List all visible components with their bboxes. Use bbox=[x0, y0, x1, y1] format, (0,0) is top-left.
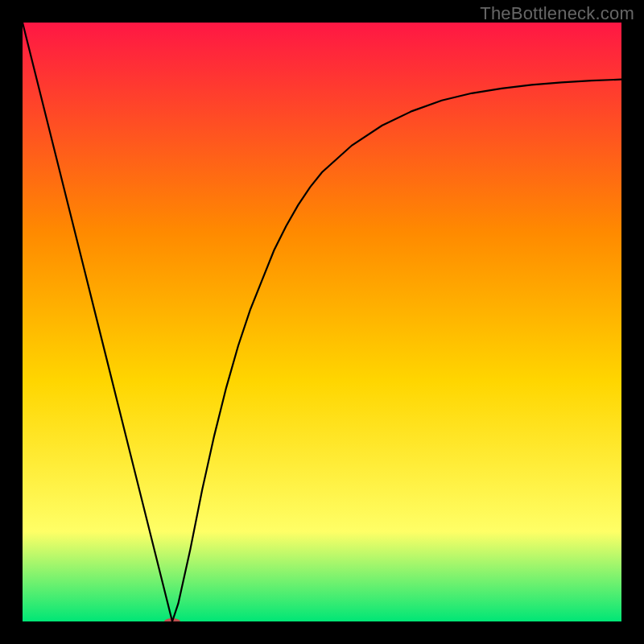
chart-svg bbox=[23, 23, 621, 621]
chart-container: TheBottleneck.com bbox=[0, 0, 644, 644]
plot-area bbox=[23, 23, 621, 621]
watermark-label: TheBottleneck.com bbox=[480, 3, 634, 24]
gradient-background bbox=[23, 23, 621, 621]
